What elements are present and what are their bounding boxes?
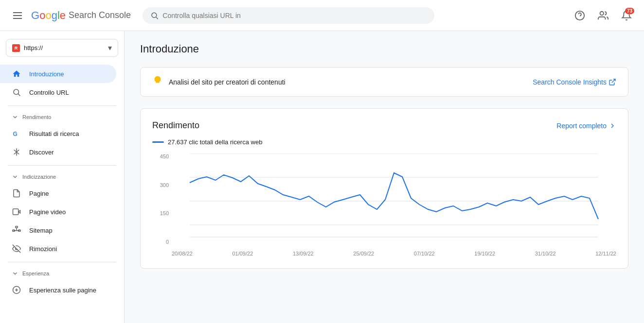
google-logo: Google (31, 9, 66, 22)
property-favicon: R (12, 44, 20, 52)
product-name: Search Console (69, 10, 131, 20)
performance-card: Rendimento Report completo 27.637 clic t… (140, 108, 628, 269)
eye-off-icon (12, 244, 21, 253)
x-label-6: 31/10/22 (535, 251, 556, 256)
x-label-2: 13/09/22 (293, 251, 314, 256)
sidebar-item-controllo-url[interactable]: Controllo URL (0, 83, 116, 102)
property-selector[interactable]: R https:// ▾ (6, 39, 118, 57)
x-label-0: 20/08/22 (172, 251, 193, 256)
nav-section-label-indicizzazione: Indicizzazione (22, 174, 56, 180)
chart-legend: 27.637 clic totali della ricerca web (152, 138, 616, 146)
nav-section-label-rendimento: Rendimento (22, 114, 51, 120)
svg-point-5 (14, 89, 19, 95)
search-icon (12, 88, 21, 97)
home-icon (12, 69, 21, 78)
sidebar-item-label-discover: Discover (29, 149, 54, 156)
manage-users-icon (598, 10, 608, 21)
sidebar-item-label-esperienza-pagine: Esperienza sulle pagine (29, 287, 96, 294)
video-icon (12, 207, 21, 216)
google-g-icon: G (12, 129, 21, 138)
y-label-0: 0 (152, 239, 169, 245)
chevron-down-icon: ▾ (108, 43, 112, 52)
report-link-label: Report completo (556, 122, 607, 130)
document-icon (12, 189, 21, 198)
menu-button[interactable] (8, 6, 27, 25)
svg-line-6 (18, 94, 20, 96)
sidebar-item-pagine[interactable]: Pagine (0, 184, 116, 203)
performance-card-header: Rendimento Report completo (152, 120, 616, 131)
sidebar-item-introduzione[interactable]: Introduzione (0, 65, 116, 83)
logo-area: Google Search Console (31, 9, 131, 22)
x-label-3: 25/09/22 (353, 251, 374, 256)
sidebar-item-label-pagine: Pagine (29, 190, 49, 197)
search-bar[interactable] (143, 7, 434, 24)
chevron-right-icon (608, 122, 616, 130)
performance-title: Rendimento (152, 120, 199, 131)
y-axis: 450 300 150 0 (152, 153, 172, 256)
legend-line (152, 141, 164, 143)
sidebar-item-label-sitemap: Sitemap (29, 227, 53, 234)
sidebar-item-label-controllo-url: Controllo URL (29, 89, 69, 96)
search-input[interactable] (162, 12, 427, 19)
sidebar-item-label-introduzione: Introduzione (29, 70, 64, 78)
search-console-insights-link[interactable]: Search Console Insights (533, 78, 616, 86)
sidebar-item-discover[interactable]: Discover (0, 143, 116, 161)
nav-divider-1 (8, 105, 116, 106)
asterisk-icon (12, 148, 21, 156)
report-completo-link[interactable]: Report completo (556, 122, 616, 130)
svg-rect-13 (16, 226, 18, 228)
header-actions: 73 (570, 6, 636, 25)
help-icon (574, 10, 585, 21)
svg-point-0 (152, 13, 157, 17)
insight-banner: Analisi del sito per creatori di contenu… (140, 67, 628, 97)
x-label-4: 07/10/22 (414, 251, 435, 256)
search-icon (150, 11, 159, 20)
svg-point-4 (600, 11, 604, 15)
lightbulb-icon (152, 75, 163, 88)
svg-text:G: G (13, 131, 18, 137)
help-button[interactable] (570, 6, 590, 25)
svg-line-1 (156, 17, 158, 19)
sidebar-item-label-rimozioni: Rimozioni (29, 245, 57, 253)
sidebar-item-pagine-video[interactable]: Pagine video (0, 203, 116, 221)
sidebar-item-rimozioni[interactable]: Rimozioni (0, 239, 116, 258)
chart-container: 20/08/22 01/09/22 13/09/22 25/09/22 07/1… (172, 153, 616, 256)
header: Google Search Console (0, 0, 644, 31)
nav-section-indicizzazione[interactable]: Indicizzazione (0, 170, 124, 184)
hamburger-icon (13, 12, 22, 19)
sidebar-item-label-risultati: Risultati di ricerca (29, 130, 79, 137)
svg-rect-11 (13, 209, 18, 215)
manage-users-button[interactable] (593, 6, 613, 25)
sitemap-icon (12, 226, 21, 235)
nav-section-rendimento[interactable]: Rendimento (0, 110, 124, 124)
x-label-7: 12/11/22 (595, 251, 616, 256)
sidebar-item-sitemap[interactable]: Sitemap (0, 221, 116, 239)
x-label-1: 01/09/22 (232, 251, 253, 256)
nav-section-label-esperienza: Esperienza (22, 271, 49, 276)
property-url: https:// (24, 44, 104, 51)
y-label-300: 300 (152, 182, 169, 188)
sidebar-item-esperienza-pagine[interactable]: Esperienza sulle pagine (0, 281, 116, 299)
notifications-badge: 73 (625, 8, 634, 14)
nav-section-esperienza[interactable]: Esperienza (0, 266, 124, 281)
page-title: Introduzione (140, 43, 628, 55)
performance-chart (172, 153, 616, 249)
y-label-150: 150 (152, 210, 169, 216)
app-body: R https:// ▾ Introduzione Controllo URL … (0, 31, 644, 323)
sidebar-item-label-pagine-video: Pagine video (29, 208, 66, 216)
nav-divider-2 (8, 165, 116, 166)
nav-divider-3 (8, 262, 116, 262)
insights-link-label: Search Console Insights (533, 78, 607, 86)
x-axis: 20/08/22 01/09/22 13/09/22 25/09/22 07/1… (172, 251, 616, 256)
notifications-button[interactable]: 73 (617, 6, 636, 25)
sidebar: R https:// ▾ Introduzione Controllo URL … (0, 31, 125, 323)
svg-line-22 (612, 79, 615, 83)
legend-label: 27.637 clic totali della ricerca web (168, 138, 262, 146)
y-label-450: 450 (152, 153, 169, 159)
banner-text: Analisi del sito per creatori di contenu… (169, 78, 527, 86)
x-label-5: 19/10/22 (474, 251, 495, 256)
chevron-down-icon (12, 114, 18, 120)
sidebar-item-risultati-ricerca[interactable]: G Risultati di ricerca (0, 124, 116, 143)
plus-circle-icon (12, 286, 21, 294)
chevron-down-icon (12, 173, 18, 180)
